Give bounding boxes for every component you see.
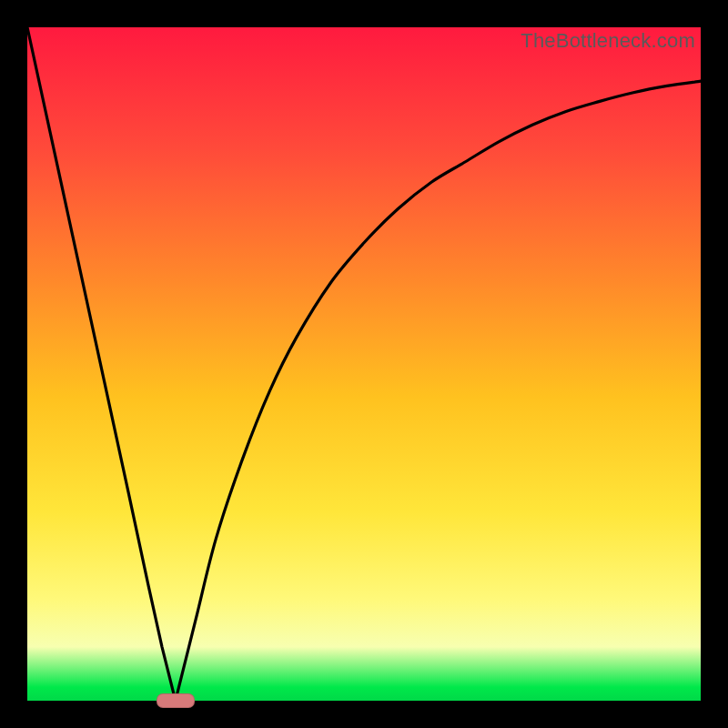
chart-frame: TheBottleneck.com bbox=[0, 0, 728, 728]
plot-area: TheBottleneck.com bbox=[27, 27, 701, 701]
curve-path bbox=[27, 27, 701, 701]
optimum-marker bbox=[157, 693, 195, 708]
bottleneck-curve bbox=[27, 27, 701, 701]
